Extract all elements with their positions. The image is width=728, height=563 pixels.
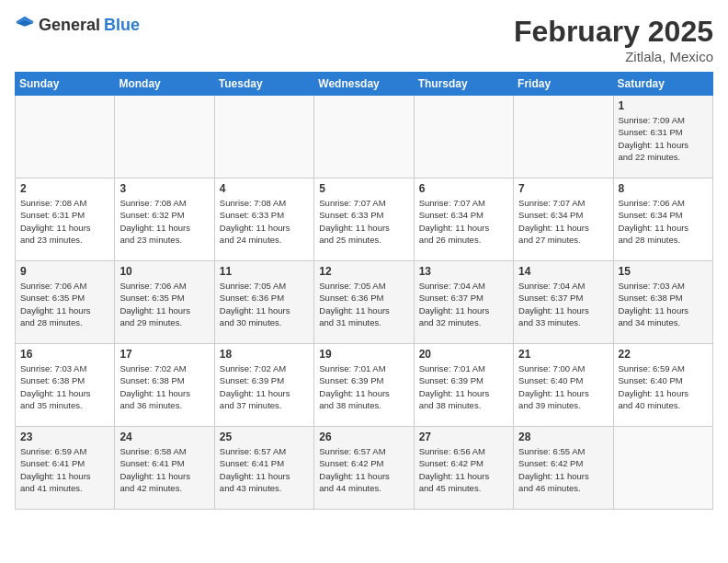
day-number: 19: [319, 348, 408, 361]
weekday-header-saturday: Saturday: [613, 73, 712, 96]
day-cell: 6Sunrise: 7:07 AM Sunset: 6:34 PM Daylig…: [414, 178, 513, 261]
day-cell: 28Sunrise: 6:55 AM Sunset: 6:42 PM Dayli…: [514, 427, 613, 510]
day-number: 24: [119, 431, 209, 443]
day-cell: 9Sunrise: 7:06 AM Sunset: 6:35 PM Daylig…: [16, 261, 115, 344]
week-row-3: 9Sunrise: 7:06 AM Sunset: 6:35 PM Daylig…: [16, 261, 713, 344]
day-number: 26: [319, 431, 408, 443]
week-row-5: 23Sunrise: 6:59 AM Sunset: 6:41 PM Dayli…: [16, 427, 713, 510]
day-cell: 24Sunrise: 6:58 AM Sunset: 6:41 PM Dayli…: [115, 427, 214, 510]
day-number: 9: [20, 265, 109, 278]
day-cell: [514, 96, 613, 178]
day-info: Sunrise: 7:06 AM Sunset: 6:35 PM Dayligh…: [119, 280, 209, 328]
day-info: Sunrise: 7:03 AM Sunset: 6:38 PM Dayligh…: [619, 280, 708, 328]
day-number: 17: [119, 348, 209, 361]
day-number: 28: [518, 431, 608, 443]
day-cell: 10Sunrise: 7:06 AM Sunset: 6:35 PM Dayli…: [115, 261, 214, 344]
day-info: Sunrise: 7:06 AM Sunset: 6:35 PM Dayligh…: [20, 280, 109, 328]
day-number: 5: [319, 182, 408, 195]
day-number: 27: [419, 431, 508, 443]
day-cell: [314, 96, 414, 178]
day-info: Sunrise: 6:56 AM Sunset: 6:42 PM Dayligh…: [419, 445, 508, 494]
day-cell: 20Sunrise: 7:01 AM Sunset: 6:39 PM Dayli…: [414, 344, 513, 427]
day-number: 14: [518, 265, 608, 278]
day-info: Sunrise: 7:08 AM Sunset: 6:33 PM Dayligh…: [220, 197, 309, 246]
day-cell: 11Sunrise: 7:05 AM Sunset: 6:36 PM Dayli…: [214, 261, 313, 344]
day-info: Sunrise: 7:08 AM Sunset: 6:31 PM Dayligh…: [20, 197, 109, 246]
day-number: 3: [119, 182, 209, 195]
day-number: 20: [419, 348, 508, 361]
day-info: Sunrise: 7:07 AM Sunset: 6:34 PM Dayligh…: [419, 197, 508, 246]
day-cell: 21Sunrise: 7:00 AM Sunset: 6:40 PM Dayli…: [514, 344, 613, 427]
day-info: Sunrise: 7:07 AM Sunset: 6:33 PM Dayligh…: [319, 197, 408, 246]
day-cell: 23Sunrise: 6:59 AM Sunset: 6:41 PM Dayli…: [16, 427, 115, 510]
weekday-header-monday: Monday: [115, 73, 214, 96]
day-info: Sunrise: 7:09 AM Sunset: 6:31 PM Dayligh…: [619, 114, 708, 163]
logo-icon: [15, 15, 35, 35]
calendar-title: February 2025: [514, 15, 713, 49]
day-info: Sunrise: 7:05 AM Sunset: 6:36 PM Dayligh…: [319, 280, 408, 328]
day-number: 15: [619, 265, 708, 278]
day-number: 2: [20, 182, 109, 195]
day-info: Sunrise: 7:04 AM Sunset: 6:37 PM Dayligh…: [518, 280, 608, 328]
day-info: Sunrise: 6:58 AM Sunset: 6:41 PM Dayligh…: [119, 445, 209, 494]
day-cell: 15Sunrise: 7:03 AM Sunset: 6:38 PM Dayli…: [613, 261, 712, 344]
day-info: Sunrise: 7:04 AM Sunset: 6:37 PM Dayligh…: [419, 280, 508, 328]
day-number: 10: [119, 265, 209, 278]
day-info: Sunrise: 7:06 AM Sunset: 6:34 PM Dayligh…: [619, 197, 708, 246]
weekday-header-wednesday: Wednesday: [314, 73, 414, 96]
day-number: 7: [518, 182, 608, 195]
day-cell: 5Sunrise: 7:07 AM Sunset: 6:33 PM Daylig…: [314, 178, 414, 261]
day-info: Sunrise: 6:57 AM Sunset: 6:41 PM Dayligh…: [220, 445, 309, 494]
day-number: 18: [220, 348, 309, 361]
day-info: Sunrise: 7:01 AM Sunset: 6:39 PM Dayligh…: [319, 362, 408, 411]
weekday-header-row: SundayMondayTuesdayWednesdayThursdayFrid…: [16, 73, 713, 96]
day-number: 11: [220, 265, 309, 278]
day-number: 21: [518, 348, 608, 361]
day-number: 25: [220, 431, 309, 443]
day-cell: [214, 96, 313, 178]
day-cell: 14Sunrise: 7:04 AM Sunset: 6:37 PM Dayli…: [514, 261, 613, 344]
day-cell: 1Sunrise: 7:09 AM Sunset: 6:31 PM Daylig…: [613, 96, 712, 178]
day-number: 23: [20, 431, 109, 443]
day-cell: 22Sunrise: 6:59 AM Sunset: 6:40 PM Dayli…: [613, 344, 712, 427]
day-info: Sunrise: 6:55 AM Sunset: 6:42 PM Dayligh…: [518, 445, 608, 494]
day-info: Sunrise: 7:00 AM Sunset: 6:40 PM Dayligh…: [518, 362, 608, 411]
day-cell: 12Sunrise: 7:05 AM Sunset: 6:36 PM Dayli…: [314, 261, 414, 344]
day-info: Sunrise: 7:08 AM Sunset: 6:32 PM Dayligh…: [119, 197, 209, 246]
day-cell: 18Sunrise: 7:02 AM Sunset: 6:39 PM Dayli…: [214, 344, 313, 427]
page-header: GeneralBlue February 2025 Zitlala, Mexic…: [15, 15, 713, 64]
day-cell: 4Sunrise: 7:08 AM Sunset: 6:33 PM Daylig…: [214, 178, 313, 261]
week-row-2: 2Sunrise: 7:08 AM Sunset: 6:31 PM Daylig…: [16, 178, 713, 261]
day-info: Sunrise: 7:03 AM Sunset: 6:38 PM Dayligh…: [20, 362, 109, 411]
day-cell: 25Sunrise: 6:57 AM Sunset: 6:41 PM Dayli…: [214, 427, 313, 510]
day-cell: 19Sunrise: 7:01 AM Sunset: 6:39 PM Dayli…: [314, 344, 414, 427]
weekday-header-friday: Friday: [514, 73, 613, 96]
day-cell: 7Sunrise: 7:07 AM Sunset: 6:34 PM Daylig…: [514, 178, 613, 261]
day-cell: 8Sunrise: 7:06 AM Sunset: 6:34 PM Daylig…: [613, 178, 712, 261]
day-cell: 3Sunrise: 7:08 AM Sunset: 6:32 PM Daylig…: [115, 178, 214, 261]
logo: GeneralBlue: [15, 15, 140, 35]
day-info: Sunrise: 6:59 AM Sunset: 6:41 PM Dayligh…: [20, 445, 109, 494]
day-cell: 13Sunrise: 7:04 AM Sunset: 6:37 PM Dayli…: [414, 261, 513, 344]
day-info: Sunrise: 7:02 AM Sunset: 6:38 PM Dayligh…: [119, 362, 209, 411]
day-number: 1: [619, 99, 708, 112]
day-cell: [613, 427, 712, 510]
day-number: 8: [619, 182, 708, 195]
day-cell: 27Sunrise: 6:56 AM Sunset: 6:42 PM Dayli…: [414, 427, 513, 510]
day-cell: [414, 96, 513, 178]
day-number: 16: [20, 348, 109, 361]
weekday-header-tuesday: Tuesday: [214, 73, 313, 96]
day-info: Sunrise: 7:02 AM Sunset: 6:39 PM Dayligh…: [220, 362, 309, 411]
day-number: 6: [419, 182, 508, 195]
day-number: 13: [419, 265, 508, 278]
day-number: 22: [619, 348, 708, 361]
calendar-table: SundayMondayTuesdayWednesdayThursdayFrid…: [15, 72, 713, 510]
title-block: February 2025 Zitlala, Mexico: [514, 15, 713, 64]
weekday-header-thursday: Thursday: [414, 73, 513, 96]
day-cell: 2Sunrise: 7:08 AM Sunset: 6:31 PM Daylig…: [16, 178, 115, 261]
day-number: 12: [319, 265, 408, 278]
day-info: Sunrise: 7:01 AM Sunset: 6:39 PM Dayligh…: [419, 362, 508, 411]
day-cell: 17Sunrise: 7:02 AM Sunset: 6:38 PM Dayli…: [115, 344, 214, 427]
day-info: Sunrise: 7:07 AM Sunset: 6:34 PM Dayligh…: [518, 197, 608, 246]
logo-general-text: General: [39, 16, 100, 35]
